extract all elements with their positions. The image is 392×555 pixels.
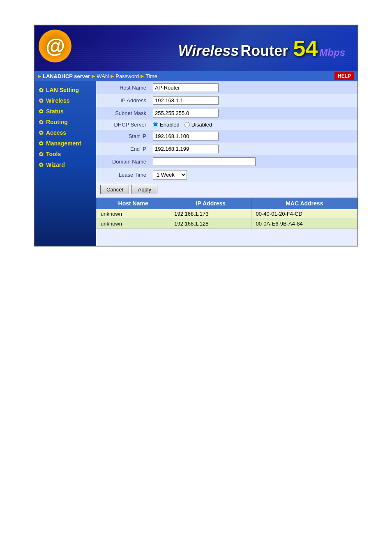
start-ip-input[interactable] <box>153 132 219 140</box>
domain-input[interactable] <box>153 157 256 166</box>
sidebar-item-management[interactable]: ✿ Management <box>35 138 96 149</box>
nav-arrow-3: ▶ <box>111 74 114 79</box>
dhcp-row1-ip: 192.168.1.173 <box>170 209 251 219</box>
start-ip-label: Start IP <box>96 130 150 143</box>
sidebar-item-tools[interactable]: ✿ Tools <box>35 149 96 159</box>
end-ip-value-cell <box>150 143 357 155</box>
form-row-domain: Domain Name <box>96 155 357 168</box>
lease-value-cell: 1 Week 1 Day 12 Hours 1 Hour <box>150 168 357 182</box>
dhcp-col-mac: MAC Address <box>251 198 357 209</box>
lease-select[interactable]: 1 Week 1 Day 12 Hours 1 Hour <box>153 170 187 180</box>
dhcp-clients-table: Host Name IP Address MAC Address unknown… <box>96 198 357 229</box>
dhcp-disabled-radio[interactable] <box>184 122 190 127</box>
sidebar-label-wizard: Wizard <box>46 161 65 168</box>
sidebar: ✿ LAN Setting ✿ Wireless ✿ Status ✿ Rout… <box>35 81 96 246</box>
subnet-label: Subnet Mask <box>96 107 150 120</box>
dhcp-label: DHCP Server <box>96 120 150 130</box>
routing-icon: ✿ <box>39 119 44 125</box>
dhcp-col-ip: IP Address <box>170 198 251 209</box>
dhcp-row1-host: unknown <box>97 209 170 219</box>
table-row: unknown 192.168.1.128 00-0A-E6-9B-A4-84 <box>97 219 357 229</box>
header-title: Wireless Router 54 Mbps <box>178 35 345 61</box>
nav-arrow-1: ▶ <box>38 74 41 79</box>
lan-setting-icon: ✿ <box>39 87 44 93</box>
nav-time[interactable]: Time <box>145 73 157 79</box>
dhcp-radio-group: Enabled Disabled <box>153 122 354 128</box>
domain-label: Domain Name <box>96 155 150 168</box>
ip-input[interactable] <box>153 96 219 105</box>
sidebar-item-access[interactable]: ✿ Access <box>35 127 96 138</box>
dhcp-enabled-label: Enabled <box>160 122 180 128</box>
logo-at-symbol: @ <box>39 30 71 62</box>
sidebar-label-management: Management <box>46 140 81 147</box>
domain-value-cell <box>150 155 357 168</box>
hostname-value-cell <box>150 81 357 94</box>
wizard-icon: ✿ <box>39 161 44 168</box>
nav-lan-dhcp[interactable]: LAN&DHCP server <box>43 73 90 79</box>
dhcp-enabled-radio[interactable] <box>153 122 158 127</box>
sidebar-label-wireless: Wireless <box>46 97 69 104</box>
dhcp-row2-mac: 00-0A-E6-9B-A4-84 <box>251 219 357 229</box>
header-router: Router <box>240 42 288 60</box>
form-row-end-ip: End IP <box>96 143 357 155</box>
header-mbps: Mbps <box>319 47 345 58</box>
subnet-input[interactable] <box>153 109 219 117</box>
dhcp-col-hostname: Host Name <box>97 198 170 209</box>
ip-label: IP Address <box>96 94 150 107</box>
main-layout: ✿ LAN Setting ✿ Wireless ✿ Status ✿ Rout… <box>35 81 357 246</box>
subnet-value-cell <box>150 107 357 120</box>
sidebar-label-status: Status <box>46 108 64 115</box>
dhcp-disabled-label: Disabled <box>191 122 212 128</box>
nav-arrow-4: ▶ <box>141 74 144 79</box>
sidebar-label-routing: Routing <box>46 119 68 125</box>
sidebar-item-routing[interactable]: ✿ Routing <box>35 117 96 127</box>
hostname-input[interactable] <box>153 83 219 92</box>
end-ip-input[interactable] <box>153 145 219 153</box>
dhcp-row2-host: unknown <box>97 219 170 229</box>
sidebar-item-wireless[interactable]: ✿ Wireless <box>35 95 96 106</box>
form-row-hostname: Host Name <box>96 81 357 94</box>
form-row-start-ip: Start IP <box>96 130 357 143</box>
hostname-label: Host Name <box>96 81 150 94</box>
wireless-icon: ✿ <box>39 97 44 104</box>
sidebar-item-wizard[interactable]: ✿ Wizard <box>35 159 96 170</box>
nav-wan[interactable]: WAN <box>97 73 109 79</box>
header-54: 54 <box>293 35 318 61</box>
nav-arrow-2: ▶ <box>92 74 95 79</box>
content-area: Host Name IP Address Subne <box>96 81 357 246</box>
lease-label: Lease Time <box>96 168 150 182</box>
dhcp-disabled-option[interactable]: Disabled <box>184 122 212 128</box>
sidebar-item-lan-setting[interactable]: ✿ LAN Setting <box>35 85 96 95</box>
buttons-row: Cancel Apply <box>96 182 357 198</box>
header-wireless: Wireless <box>178 42 239 60</box>
header: @ Wireless Router 54 Mbps <box>35 25 357 71</box>
dhcp-row1-mac: 00-40-01-20-F4-CD <box>251 209 357 219</box>
nav-password[interactable]: Password <box>115 73 139 79</box>
ip-value-cell <box>150 94 357 107</box>
end-ip-label: End IP <box>96 143 150 155</box>
nav-links: ▶ LAN&DHCP server ▶ WAN ▶ Password ▶ Tim… <box>38 73 157 79</box>
dhcp-value-cell: Enabled Disabled <box>150 120 357 130</box>
tools-icon: ✿ <box>39 151 44 157</box>
dhcp-enabled-option[interactable]: Enabled <box>153 122 180 128</box>
management-icon: ✿ <box>39 140 44 147</box>
form-row-dhcp: DHCP Server Enabled Disabled <box>96 120 357 130</box>
form-row-subnet: Subnet Mask <box>96 107 357 120</box>
help-button[interactable]: HELP <box>334 72 354 80</box>
apply-button[interactable]: Apply <box>131 185 157 194</box>
nav-bar: ▶ LAN&DHCP server ▶ WAN ▶ Password ▶ Tim… <box>35 71 357 81</box>
access-icon: ✿ <box>39 129 44 136</box>
table-row: unknown 192.168.1.173 00-40-01-20-F4-CD <box>97 209 357 219</box>
cancel-button[interactable]: Cancel <box>100 185 129 194</box>
status-icon: ✿ <box>39 108 44 115</box>
sidebar-label-tools: Tools <box>46 151 61 157</box>
sidebar-item-status[interactable]: ✿ Status <box>35 106 96 117</box>
sidebar-label-access: Access <box>46 129 66 136</box>
sidebar-label-lan-setting: LAN Setting <box>46 87 79 93</box>
form-row-lease: Lease Time 1 Week 1 Day 12 Hours 1 Hour <box>96 168 357 182</box>
dhcp-row2-ip: 192.168.1.128 <box>170 219 251 229</box>
settings-form: Host Name IP Address Subne <box>96 81 357 182</box>
start-ip-value-cell <box>150 130 357 143</box>
dhcp-table-header-row: Host Name IP Address MAC Address <box>97 198 357 209</box>
form-row-ip: IP Address <box>96 94 357 107</box>
